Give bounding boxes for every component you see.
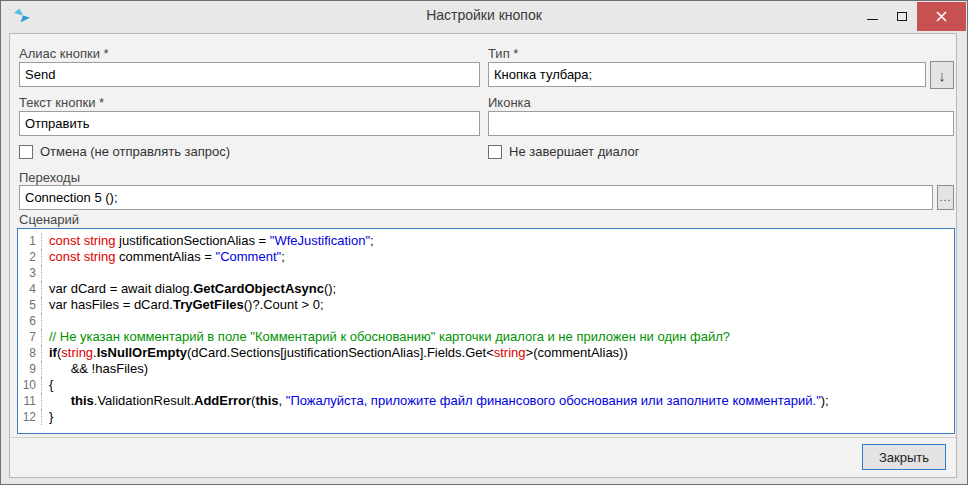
line-number: 12 bbox=[18, 409, 42, 425]
code-line: 4var dCard = await dialog.GetCardObjectA… bbox=[18, 281, 954, 297]
icon-label: Иконка bbox=[488, 95, 531, 110]
icon-input[interactable] bbox=[488, 111, 954, 136]
dialog-window: Настройки кнопок Алиас кнопки * Тип * ↓ bbox=[0, 0, 968, 485]
no-close-checkbox-row: Не завершает диалог bbox=[488, 144, 639, 159]
line-number: 5 bbox=[18, 297, 42, 313]
code-line-text: var hasFiles = dCard.TryGetFiles()?.Coun… bbox=[49, 297, 324, 313]
transitions-input[interactable] bbox=[19, 185, 933, 210]
line-number: 6 bbox=[18, 313, 42, 329]
minimize-icon bbox=[867, 19, 878, 20]
code-line: 2const string commentAlias = "Comment"; bbox=[18, 249, 954, 265]
close-dialog-label: Закрыть bbox=[879, 450, 929, 465]
line-number: 1 bbox=[18, 233, 42, 249]
code-line-text: this.ValidationResult.AddError(this, "По… bbox=[49, 393, 829, 409]
line-number: 10 bbox=[18, 377, 42, 393]
code-line-text: const string justificationSectionAlias =… bbox=[49, 233, 374, 249]
close-dialog-button[interactable]: Закрыть bbox=[862, 444, 946, 470]
close-icon bbox=[936, 11, 947, 22]
code-line: 9 && !hasFiles) bbox=[18, 361, 954, 377]
line-number: 9 bbox=[18, 361, 42, 377]
text-label: Текст кнопки * bbox=[19, 95, 104, 110]
line-number: 7 bbox=[18, 329, 42, 345]
maximize-button[interactable] bbox=[887, 2, 917, 31]
code-line-text: const string commentAlias = "Comment"; bbox=[49, 249, 285, 265]
title-bar[interactable]: Настройки кнопок bbox=[1, 1, 967, 32]
type-dropdown-button[interactable]: ↓ bbox=[930, 61, 954, 89]
code-line: 1const string justificationSectionAlias … bbox=[18, 233, 954, 249]
no-close-checkbox-label: Не завершает диалог bbox=[509, 144, 639, 159]
cancel-checkbox-row: Отмена (не отправлять запрос) bbox=[19, 144, 230, 159]
type-label: Тип * bbox=[488, 46, 518, 61]
code-line-text: } bbox=[49, 409, 53, 425]
code-line: 10{ bbox=[18, 377, 954, 393]
code-line: 6 bbox=[18, 313, 954, 329]
no-close-checkbox[interactable] bbox=[488, 145, 502, 159]
code-line-text: if(string.IsNullOrEmpty(dCard.Sections[j… bbox=[49, 345, 628, 361]
code-line-text: { bbox=[49, 377, 53, 393]
dialog-content: Алиас кнопки * Тип * ↓ Текст кнопки * Ик… bbox=[9, 33, 957, 478]
cancel-checkbox[interactable] bbox=[19, 145, 33, 159]
code-line-text: var dCard = await dialog.GetCardObjectAs… bbox=[49, 281, 336, 297]
ellipsis-icon: ... bbox=[939, 191, 951, 203]
code-line: 5var hasFiles = dCard.TryGetFiles()?.Cou… bbox=[18, 297, 954, 313]
transitions-label: Переходы bbox=[19, 170, 80, 185]
line-number: 4 bbox=[18, 281, 42, 297]
code-line: 11 this.ValidationResult.AddError(this, … bbox=[18, 393, 954, 409]
arrow-down-icon: ↓ bbox=[938, 67, 946, 84]
type-input[interactable] bbox=[488, 62, 926, 87]
window-title: Настройки кнопок bbox=[1, 7, 967, 23]
scenario-code-editor[interactable]: 1const string justificationSectionAlias … bbox=[17, 228, 955, 434]
code-line: 3 bbox=[18, 265, 954, 281]
scenario-label: Сценарий bbox=[19, 212, 79, 227]
line-number: 3 bbox=[18, 265, 42, 281]
button-text-input[interactable] bbox=[19, 111, 480, 136]
code-line-text: // Не указан комментарий в поле "Коммент… bbox=[49, 329, 730, 345]
alias-label: Алиас кнопки * bbox=[19, 46, 109, 61]
footer-separator bbox=[10, 437, 956, 438]
line-number: 8 bbox=[18, 345, 42, 361]
alias-input[interactable] bbox=[19, 62, 480, 87]
code-line: 12} bbox=[18, 409, 954, 425]
transitions-browse-button[interactable]: ... bbox=[937, 185, 954, 210]
code-line: 7// Не указан комментарий в поле "Коммен… bbox=[18, 329, 954, 345]
window-controls bbox=[857, 2, 966, 31]
close-window-button[interactable] bbox=[917, 2, 966, 31]
line-number: 11 bbox=[18, 393, 42, 409]
line-number: 2 bbox=[18, 249, 42, 265]
code-line-text: && !hasFiles) bbox=[49, 361, 148, 377]
maximize-icon bbox=[897, 12, 907, 21]
code-lines: 1const string justificationSectionAlias … bbox=[18, 233, 954, 425]
cancel-checkbox-label: Отмена (не отправлять запрос) bbox=[40, 144, 230, 159]
minimize-button[interactable] bbox=[857, 2, 887, 31]
code-line: 8if(string.IsNullOrEmpty(dCard.Sections[… bbox=[18, 345, 954, 361]
